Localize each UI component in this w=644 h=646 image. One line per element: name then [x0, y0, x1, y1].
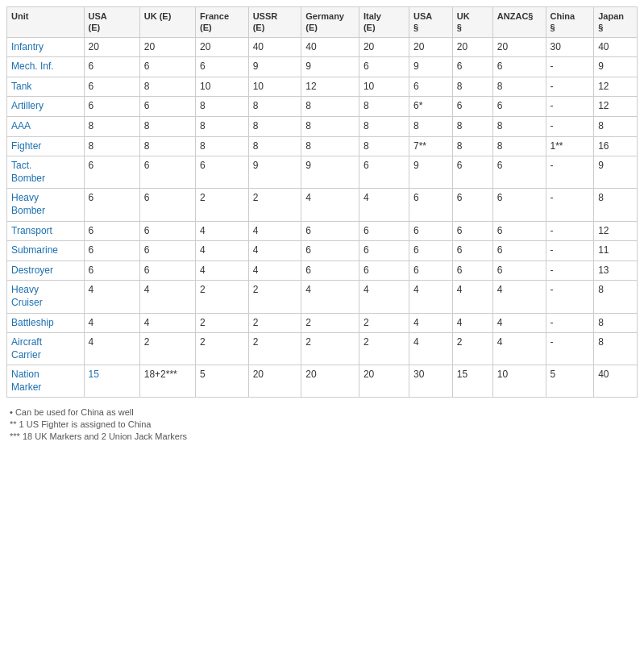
value-cell: 8 — [84, 116, 139, 136]
value-cell: 8 — [359, 136, 409, 156]
value-cell: - — [546, 333, 594, 365]
unit-name-cell: HeavyBomber — [7, 189, 85, 221]
unit-name-cell: Mech. Inf. — [7, 57, 85, 77]
table-row: Tank6810101210688-12 — [7, 77, 638, 97]
value-cell: 16 — [594, 136, 638, 156]
column-header-7: USA§ — [409, 7, 452, 38]
value-cell: 4 — [84, 313, 139, 333]
value-cell: 20 — [195, 37, 248, 57]
value-cell: 6 — [139, 241, 195, 261]
value-cell: - — [546, 97, 594, 117]
value-cell: 10 — [195, 77, 248, 97]
value-cell: 2 — [359, 313, 409, 333]
value-cell: 9 — [594, 156, 638, 189]
value-cell: 8 — [594, 281, 638, 313]
value-cell: 20 — [301, 365, 359, 398]
value-cell: 6 — [409, 221, 452, 241]
value-cell: 6 — [84, 77, 139, 97]
unit-name-cell: Destroyer — [7, 260, 85, 281]
value-cell: 6 — [492, 57, 546, 77]
value-cell: 4 — [359, 281, 409, 313]
table-body: Infantry2020204040202020203040Mech. Inf.… — [7, 37, 638, 398]
value-cell: - — [546, 189, 594, 221]
value-cell: 20 — [84, 37, 139, 57]
value-cell: - — [546, 260, 594, 281]
value-cell: 4 — [492, 333, 546, 365]
value-cell: 6 — [492, 260, 546, 281]
value-cell: 2 — [195, 333, 248, 365]
value-cell: 4 — [452, 313, 492, 333]
unit-name-cell: Battleship — [7, 313, 85, 333]
value-cell: 6 — [84, 189, 139, 221]
value-cell: 8 — [195, 97, 248, 117]
value-cell: 6 — [301, 221, 359, 241]
value-cell: 8 — [492, 77, 546, 97]
value-cell: - — [546, 281, 594, 313]
value-cell: 6 — [359, 241, 409, 261]
value-cell: 20 — [492, 37, 546, 57]
value-cell: 20 — [452, 37, 492, 57]
value-cell: 8 — [492, 136, 546, 156]
value-cell: 2 — [301, 313, 359, 333]
value-cell: 30 — [409, 365, 452, 398]
unit-name-cell: Fighter — [7, 136, 85, 156]
value-cell: 6 — [452, 57, 492, 77]
value-cell: 8 — [492, 116, 546, 136]
value-cell: 4 — [301, 281, 359, 313]
value-cell: 2 — [248, 189, 301, 221]
value-cell: 4 — [84, 281, 139, 313]
value-cell: 4 — [452, 281, 492, 313]
value-cell: 6 — [84, 97, 139, 117]
table-row: HeavyBomber662244666-8 — [7, 189, 638, 221]
value-cell: 6 — [301, 241, 359, 261]
value-cell: 2 — [248, 333, 301, 365]
value-cell: 5 — [195, 365, 248, 398]
value-cell: 6 — [139, 57, 195, 77]
value-cell: 40 — [248, 37, 301, 57]
value-cell: 6 — [359, 221, 409, 241]
column-header-5: Germany(E) — [301, 7, 359, 38]
column-header-3: France(E) — [195, 7, 248, 38]
table-row: AAA888888888-8 — [7, 116, 638, 136]
value-cell: 8 — [139, 136, 195, 156]
table-header: UnitUSA(E)UK (E)France(E)USSR(E)Germany(… — [7, 7, 638, 38]
value-cell: 9 — [301, 57, 359, 77]
footnote-0: Can be used for China as well — [10, 407, 638, 417]
value-cell: 4 — [492, 281, 546, 313]
value-cell: 10 — [248, 77, 301, 97]
table-row: AircraftCarrier422222424-8 — [7, 333, 638, 365]
value-cell: 8 — [301, 116, 359, 136]
table-row: NationMarker1518+2***5202020301510540 — [7, 365, 638, 398]
value-cell: 4 — [195, 221, 248, 241]
value-cell: 2 — [195, 189, 248, 221]
unit-name-cell: NationMarker — [7, 365, 85, 398]
value-cell: 6 — [139, 156, 195, 189]
value-cell: 6 — [139, 260, 195, 281]
value-cell: - — [546, 57, 594, 77]
value-cell: 6 — [452, 241, 492, 261]
value-cell: - — [546, 77, 594, 97]
value-cell: 4 — [492, 313, 546, 333]
value-cell: 4 — [139, 313, 195, 333]
value-cell: 6 — [301, 260, 359, 281]
value-cell: 4 — [301, 189, 359, 221]
value-cell: - — [546, 313, 594, 333]
value-cell: 4 — [409, 333, 452, 365]
unit-name-cell: Transport — [7, 221, 85, 241]
value-cell: 4 — [84, 333, 139, 365]
value-cell: 6 — [84, 57, 139, 77]
footnotes-section: Can be used for China as well** 1 US Fig… — [6, 407, 638, 441]
table-row: Fighter8888887**881**16 — [7, 136, 638, 156]
value-cell: 5 — [546, 365, 594, 398]
value-cell: 4 — [248, 221, 301, 241]
value-cell: 1** — [546, 136, 594, 156]
value-cell: 6 — [452, 260, 492, 281]
value-cell: 4 — [195, 260, 248, 281]
value-cell: 8 — [195, 136, 248, 156]
value-cell: 8 — [359, 116, 409, 136]
value-cell: 2 — [301, 333, 359, 365]
value-cell: 8 — [139, 116, 195, 136]
value-cell: 13 — [594, 260, 638, 281]
value-cell: 12 — [594, 97, 638, 117]
value-cell: 9 — [409, 57, 452, 77]
